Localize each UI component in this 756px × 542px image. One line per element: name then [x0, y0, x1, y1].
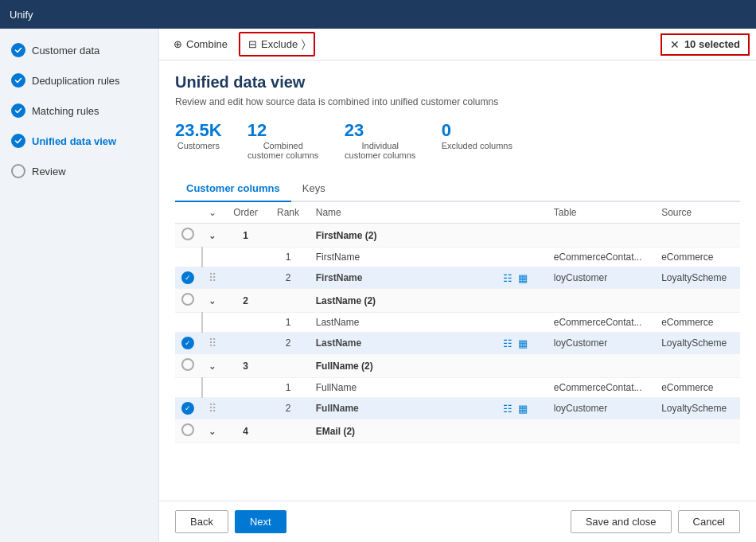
app-title: Unify — [10, 9, 33, 21]
copy-icon[interactable]: ▦ — [518, 337, 528, 349]
sidebar-item-customer-data[interactable]: Customer data — [0, 35, 158, 65]
row-checkbox[interactable] — [181, 271, 194, 284]
expand-chevron-icon[interactable]: ⌄ — [208, 427, 216, 437]
row-source: LoyaltyScheme — [655, 398, 740, 419]
row-name: LastName — [310, 313, 497, 333]
page-title: Unified data view — [175, 73, 740, 92]
sidebar-item-label: Customer data — [32, 45, 99, 57]
drag-handle-icon[interactable]: ⠿ — [208, 337, 216, 349]
expand-chevron-icon[interactable]: ⌄ — [208, 231, 216, 241]
row-order — [224, 267, 267, 289]
stat-value-individual: 23 — [345, 120, 416, 141]
row-drag: ⠿ — [202, 398, 224, 419]
row-drag: ⠿ — [202, 267, 224, 289]
row-rank: 2 — [267, 267, 309, 289]
row-icons — [497, 289, 548, 313]
selected-badge: ✕ 10 selected — [661, 33, 750, 56]
stat-combined: 12 Combined customer columns — [247, 120, 319, 160]
sidebar: Customer data Deduplication rules Matchi… — [0, 29, 159, 542]
copy-icon[interactable]: ▦ — [518, 272, 528, 284]
row-table: loyCustomer — [548, 267, 655, 289]
row-order: 2 — [224, 289, 267, 313]
row-chevron-cell: ⌄ — [202, 224, 224, 248]
row-table: eCommerceContat... — [548, 313, 655, 333]
row-name: FirstName — [310, 248, 497, 267]
row-source: eCommerce — [655, 248, 740, 267]
col-source-header: Source — [655, 202, 740, 224]
table-row: ⠿ 2 FullName ☷ ▦ loyCustomer LoyaltySche… — [175, 398, 740, 419]
row-rank: 2 — [267, 398, 309, 419]
row-table — [548, 354, 655, 378]
save-close-button[interactable]: Save and close — [571, 510, 672, 533]
col-chevron-header: ⌄ — [202, 202, 224, 224]
table-row: ⠿ 2 LastName ☷ ▦ loyCustomer LoyaltySche… — [175, 333, 740, 354]
sidebar-item-unified-data-view[interactable]: Unified data view — [0, 126, 158, 156]
row-indent — [202, 313, 224, 333]
toolbar: ⊕ Combine ⊟ Exclude 〉 ✕ 10 selected — [159, 29, 756, 60]
row-order — [224, 378, 267, 398]
clear-selection-button[interactable]: ✕ — [670, 38, 680, 51]
row-icons — [497, 419, 548, 443]
person-icon[interactable]: ☷ — [503, 403, 512, 415]
row-source — [655, 289, 740, 313]
drag-handle-icon[interactable]: ⠿ — [208, 402, 216, 415]
row-table — [548, 224, 655, 248]
cursor-indicator: 〉 — [302, 37, 306, 51]
row-checkbox[interactable] — [181, 337, 194, 349]
row-order: 4 — [224, 419, 267, 443]
row-order — [224, 398, 267, 419]
row-check-cell — [175, 333, 202, 354]
stat-customers: 23.5K Customers — [175, 120, 222, 160]
row-table: eCommerceContat... — [548, 378, 655, 398]
checked-icon — [11, 103, 25, 118]
cancel-button[interactable]: Cancel — [678, 510, 740, 533]
back-button[interactable]: Back — [175, 510, 228, 533]
table-area: ⌄ Order Rank Name Table Source — [175, 202, 740, 443]
sidebar-item-deduplication-rules[interactable]: Deduplication rules — [0, 65, 158, 96]
person-icon[interactable]: ☷ — [503, 272, 512, 284]
row-name: EMail (2) — [310, 419, 497, 443]
page-content: Unified data view Review and edit how so… — [159, 60, 756, 501]
next-button[interactable]: Next — [235, 510, 286, 533]
stat-label-individual: Individual customer columns — [345, 141, 416, 160]
row-source: eCommerce — [655, 378, 740, 398]
row-checkbox[interactable] — [181, 358, 194, 371]
tabs: Customer columns Keys — [175, 176, 740, 202]
stat-value-excluded: 0 — [442, 120, 512, 141]
copy-icon[interactable]: ▦ — [518, 403, 528, 415]
row-name: LastName (2) — [310, 289, 497, 313]
row-rank: 1 — [267, 248, 309, 267]
row-order — [224, 313, 267, 333]
col-rank-header: Rank — [267, 202, 309, 224]
row-name: FullName — [310, 378, 497, 398]
expand-chevron-icon[interactable]: ⌄ — [208, 296, 216, 306]
main-layout: Customer data Deduplication rules Matchi… — [0, 29, 756, 542]
row-action-icons: ☷ ▦ — [497, 333, 548, 354]
tab-customer-columns[interactable]: Customer columns — [175, 176, 291, 202]
row-name: FirstName — [310, 267, 497, 289]
row-rank — [267, 354, 309, 378]
toolbar-right: ✕ 10 selected — [661, 33, 750, 56]
row-table: loyCustomer — [548, 333, 655, 354]
expand-chevron-icon[interactable]: ⌄ — [208, 361, 216, 372]
tab-keys[interactable]: Keys — [291, 176, 337, 202]
row-table — [548, 419, 655, 443]
row-drag: ⠿ — [202, 333, 224, 354]
combine-icon: ⊕ — [173, 38, 182, 50]
combine-button[interactable]: ⊕ Combine — [166, 34, 236, 54]
row-checkbox[interactable] — [181, 402, 194, 415]
person-icon[interactable]: ☷ — [503, 337, 512, 349]
row-check-cell — [175, 224, 202, 248]
drag-handle-icon[interactable]: ⠿ — [208, 271, 216, 284]
row-indent — [202, 248, 224, 267]
row-icons — [497, 378, 548, 398]
sidebar-item-review[interactable]: Review — [0, 156, 158, 186]
row-checkbox[interactable] — [181, 423, 194, 436]
checked-icon — [11, 43, 25, 57]
row-checkbox[interactable] — [181, 228, 194, 240]
row-checkbox[interactable] — [181, 293, 194, 306]
exclude-button[interactable]: ⊟ Exclude 〉 — [239, 32, 315, 57]
sidebar-item-matching-rules[interactable]: Matching rules — [0, 96, 158, 126]
sidebar-item-label: Deduplication rules — [32, 75, 120, 87]
col-icons-header — [497, 202, 548, 224]
